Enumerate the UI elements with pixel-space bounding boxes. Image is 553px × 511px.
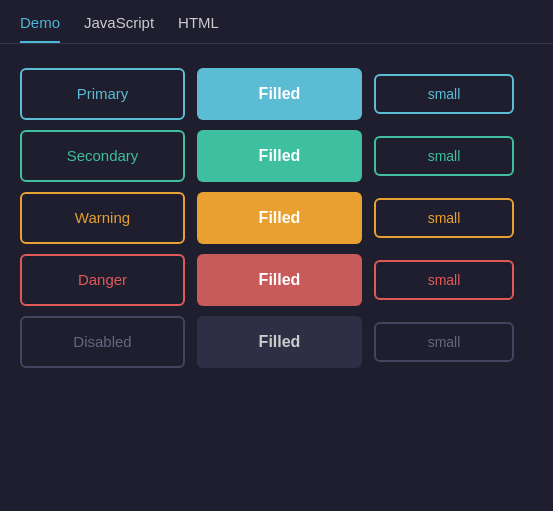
warning-filled-button[interactable]: Filled — [197, 192, 362, 244]
secondary-row: Secondary Filled small — [20, 130, 533, 182]
secondary-small-button[interactable]: small — [374, 136, 514, 176]
warning-small-button[interactable]: small — [374, 198, 514, 238]
primary-row: Primary Filled small — [20, 68, 533, 120]
primary-outline-button[interactable]: Primary — [20, 68, 185, 120]
disabled-small-button: small — [374, 322, 514, 362]
danger-small-button[interactable]: small — [374, 260, 514, 300]
danger-row: Danger Filled small — [20, 254, 533, 306]
danger-outline-button[interactable]: Danger — [20, 254, 185, 306]
secondary-outline-button[interactable]: Secondary — [20, 130, 185, 182]
disabled-row: Disabled Filled small — [20, 316, 533, 368]
warning-outline-button[interactable]: Warning — [20, 192, 185, 244]
warning-row: Warning Filled small — [20, 192, 533, 244]
primary-filled-button[interactable]: Filled — [197, 68, 362, 120]
secondary-filled-button[interactable]: Filled — [197, 130, 362, 182]
disabled-outline-button: Disabled — [20, 316, 185, 368]
tab-demo[interactable]: Demo — [20, 14, 60, 43]
primary-small-button[interactable]: small — [374, 74, 514, 114]
tabs-container: Demo JavaScript HTML — [0, 0, 553, 44]
danger-filled-button[interactable]: Filled — [197, 254, 362, 306]
button-grid: Primary Filled small Secondary Filled sm… — [0, 62, 553, 388]
tab-javascript[interactable]: JavaScript — [84, 14, 154, 43]
disabled-filled-button: Filled — [197, 316, 362, 368]
tab-html[interactable]: HTML — [178, 14, 219, 43]
